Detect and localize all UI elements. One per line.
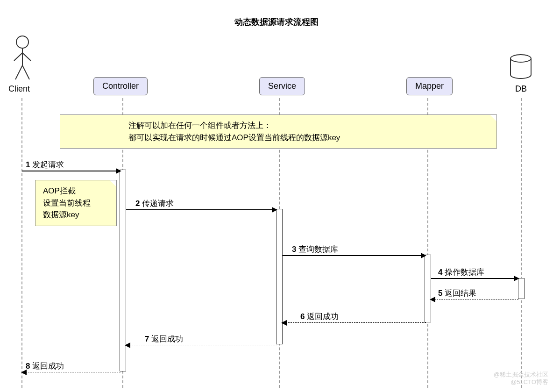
service-participant: Service [259, 77, 305, 95]
msg5-label: 5 返回结果 [438, 288, 476, 299]
msg8-line [26, 372, 121, 372]
aop-note: AOP拦截 设置当前线程 数据源key [35, 180, 117, 226]
aop-note-line1: AOP拦截 [43, 185, 109, 197]
note-line1: 注解可以加在任何一个组件或者方法上： [128, 120, 489, 132]
note-line2: 都可以实现在请求的时候通过AOP设置当前线程的数据源key [128, 132, 489, 144]
msg3-line [283, 255, 425, 256]
msg1-label: 1 发起请求 [26, 159, 64, 170]
msg5-line [434, 299, 518, 299]
controller-activation [120, 170, 126, 371]
msg1-arrow [116, 168, 121, 174]
msg4-line [431, 278, 518, 279]
db-label: DB [515, 84, 527, 94]
msg7-line [129, 345, 277, 345]
svg-line-2 [14, 53, 22, 61]
msg3-arrow [421, 253, 426, 258]
db-lifeline [521, 98, 522, 388]
msg4-label: 4 操作数据库 [438, 267, 484, 278]
main-note: 注解可以加在任何一个组件或者方法上： 都可以实现在请求的时候通过AOP设置当前线… [60, 114, 497, 149]
client-lifeline [21, 98, 22, 388]
aop-note-line3: 数据源key [43, 209, 109, 221]
msg7-arrow [125, 342, 130, 348]
svg-line-5 [22, 65, 29, 79]
msg2-arrow [272, 207, 277, 213]
svg-point-0 [16, 36, 28, 48]
msg1-line [22, 171, 120, 171]
msg6-line [286, 322, 426, 323]
client-actor-icon [13, 35, 32, 82]
aop-note-line2: 设置当前线程 [43, 197, 109, 209]
svg-point-6 [510, 55, 531, 62]
msg4-arrow [514, 276, 519, 281]
msg8-arrow [21, 370, 27, 375]
db-icon [509, 54, 532, 86]
msg6-arrow [281, 320, 287, 326]
controller-participant: Controller [93, 77, 148, 95]
msg2-label: 2 传递请求 [135, 198, 174, 209]
msg3-label: 3 查询数据库 [292, 244, 338, 255]
msg8-label: 8 返回成功 [26, 361, 64, 371]
svg-line-3 [22, 53, 31, 61]
watermark-2: @51CTO博客 [510, 378, 548, 386]
client-label: Client [8, 84, 30, 94]
svg-line-4 [15, 65, 22, 79]
diagram-title: 动态数据源请求流程图 [234, 16, 319, 28]
msg7-label: 7 返回成功 [145, 334, 183, 344]
mapper-activation [425, 255, 431, 322]
mapper-participant: Mapper [406, 77, 453, 95]
msg5-arrow [430, 297, 435, 302]
msg2-line [126, 209, 276, 210]
msg6-label: 6 返回成功 [300, 311, 339, 322]
